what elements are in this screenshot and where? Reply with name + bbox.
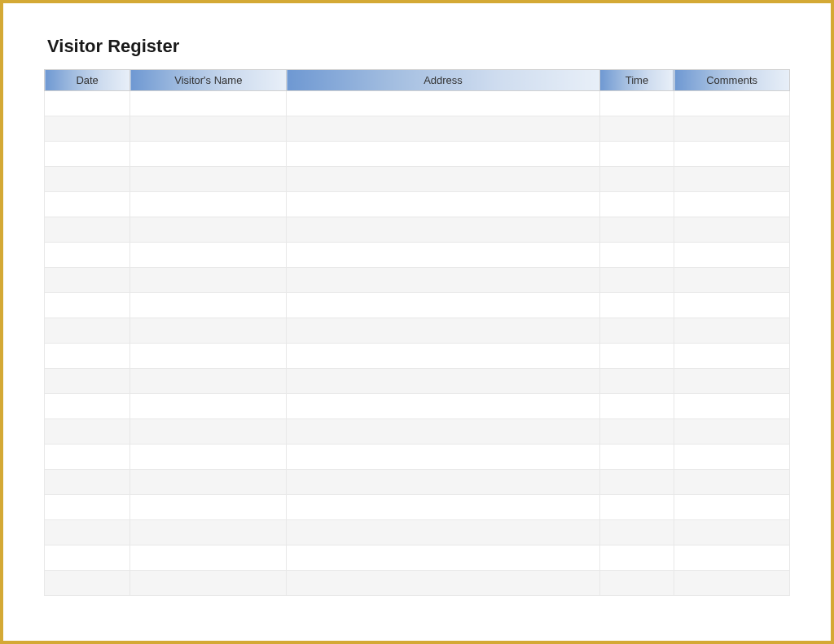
table-cell[interactable] (599, 293, 674, 318)
table-cell[interactable] (45, 91, 130, 116)
table-cell[interactable] (287, 268, 599, 293)
table-cell[interactable] (130, 293, 287, 318)
table-cell[interactable] (130, 192, 287, 217)
table-cell[interactable] (130, 268, 287, 293)
table-cell[interactable] (45, 520, 130, 545)
table-cell[interactable] (674, 571, 790, 596)
table-cell[interactable] (287, 192, 599, 217)
table-cell[interactable] (599, 268, 674, 293)
table-cell[interactable] (287, 167, 599, 192)
table-cell[interactable] (599, 91, 674, 116)
table-cell[interactable] (599, 217, 674, 243)
table-cell[interactable] (287, 520, 599, 545)
table-cell[interactable] (287, 293, 599, 318)
table-cell[interactable] (599, 495, 674, 520)
table-cell[interactable] (599, 419, 674, 445)
table-cell[interactable] (45, 243, 130, 268)
table-cell[interactable] (287, 495, 599, 520)
table-cell[interactable] (599, 142, 674, 167)
table-cell[interactable] (674, 318, 790, 344)
table-cell[interactable] (674, 369, 790, 394)
table-cell[interactable] (674, 243, 790, 268)
table-cell[interactable] (130, 369, 287, 394)
table-cell[interactable] (599, 545, 674, 571)
table-cell[interactable] (674, 167, 790, 192)
table-cell[interactable] (599, 571, 674, 596)
table-cell[interactable] (45, 268, 130, 293)
table-cell[interactable] (599, 520, 674, 545)
table-cell[interactable] (674, 217, 790, 243)
table-cell[interactable] (130, 520, 287, 545)
table-cell[interactable] (674, 344, 790, 369)
table-cell[interactable] (130, 419, 287, 445)
table-cell[interactable] (130, 142, 287, 167)
table-cell[interactable] (674, 520, 790, 545)
table-cell[interactable] (674, 192, 790, 217)
table-cell[interactable] (599, 192, 674, 217)
table-cell[interactable] (130, 545, 287, 571)
table-cell[interactable] (287, 217, 599, 243)
table-cell[interactable] (674, 419, 790, 445)
table-cell[interactable] (287, 545, 599, 571)
table-cell[interactable] (45, 394, 130, 419)
table-cell[interactable] (130, 394, 287, 419)
table-cell[interactable] (45, 217, 130, 243)
table-cell[interactable] (287, 243, 599, 268)
table-cell[interactable] (599, 318, 674, 344)
table-cell[interactable] (287, 116, 599, 142)
table-cell[interactable] (674, 470, 790, 495)
table-cell[interactable] (599, 116, 674, 142)
table-cell[interactable] (45, 167, 130, 192)
table-cell[interactable] (130, 344, 287, 369)
table-cell[interactable] (674, 394, 790, 419)
table-cell[interactable] (674, 545, 790, 571)
table-cell[interactable] (287, 344, 599, 369)
table-cell[interactable] (674, 268, 790, 293)
table-cell[interactable] (674, 116, 790, 142)
table-cell[interactable] (45, 419, 130, 445)
table-cell[interactable] (130, 167, 287, 192)
table-cell[interactable] (287, 394, 599, 419)
table-cell[interactable] (130, 318, 287, 344)
table-cell[interactable] (599, 369, 674, 394)
table-cell[interactable] (287, 470, 599, 495)
table-cell[interactable] (130, 217, 287, 243)
table-cell[interactable] (45, 571, 130, 596)
table-cell[interactable] (287, 571, 599, 596)
table-cell[interactable] (45, 318, 130, 344)
table-cell[interactable] (599, 243, 674, 268)
table-cell[interactable] (45, 445, 130, 470)
table-cell[interactable] (45, 470, 130, 495)
table-cell[interactable] (45, 116, 130, 142)
table-cell[interactable] (130, 243, 287, 268)
table-cell[interactable] (674, 142, 790, 167)
table-cell[interactable] (130, 116, 287, 142)
table-cell[interactable] (599, 344, 674, 369)
table-cell[interactable] (674, 91, 790, 116)
table-cell[interactable] (45, 142, 130, 167)
table-cell[interactable] (130, 495, 287, 520)
table-cell[interactable] (287, 142, 599, 167)
table-cell[interactable] (45, 369, 130, 394)
table-cell[interactable] (287, 445, 599, 470)
table-cell[interactable] (599, 167, 674, 192)
table-cell[interactable] (45, 293, 130, 318)
table-cell[interactable] (45, 495, 130, 520)
table-cell[interactable] (45, 344, 130, 369)
table-cell[interactable] (287, 419, 599, 445)
table-cell[interactable] (674, 293, 790, 318)
table-cell[interactable] (599, 394, 674, 419)
table-cell[interactable] (287, 318, 599, 344)
table-cell[interactable] (130, 91, 287, 116)
table-cell[interactable] (130, 445, 287, 470)
table-cell[interactable] (599, 445, 674, 470)
table-cell[interactable] (674, 495, 790, 520)
table-cell[interactable] (599, 470, 674, 495)
table-cell[interactable] (287, 91, 599, 116)
table-cell[interactable] (45, 192, 130, 217)
table-cell[interactable] (287, 369, 599, 394)
table-cell[interactable] (45, 545, 130, 571)
table-cell[interactable] (674, 445, 790, 470)
table-cell[interactable] (130, 571, 287, 596)
table-cell[interactable] (130, 470, 287, 495)
